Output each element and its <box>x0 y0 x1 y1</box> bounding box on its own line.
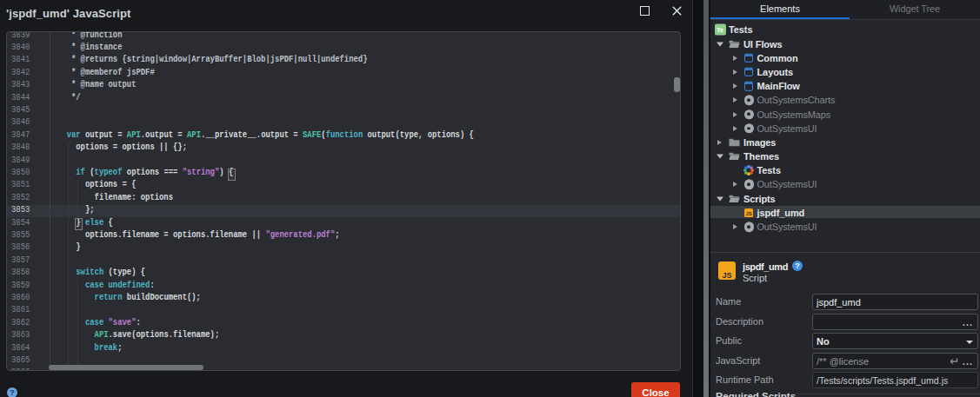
svg-text:JS: JS <box>745 211 751 216</box>
